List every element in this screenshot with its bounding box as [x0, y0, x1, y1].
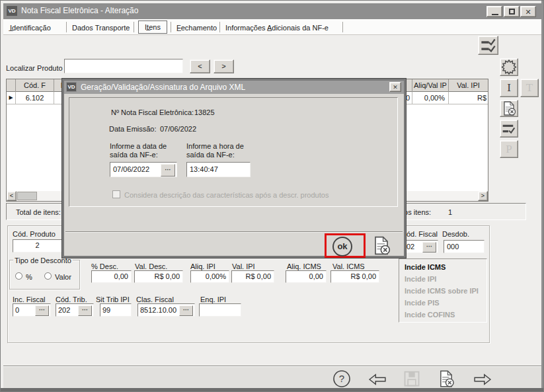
cell-cod-fiscal[interactable]: 6.102: [16, 92, 54, 104]
tab-identificacao[interactable]: I̲dentificação: [10, 24, 51, 32]
scroll-right-button[interactable]: >: [478, 191, 488, 201]
nfe-number-label: Nº Nota Fiscal Eletrônica:: [111, 108, 194, 116]
exit-date-value: 07/06/2022: [113, 165, 149, 173]
tab-separator: [134, 22, 134, 32]
enq-ipi-field[interactable]: [199, 303, 241, 317]
star-burst-icon: [500, 59, 518, 75]
letter-t-icon: T: [526, 81, 533, 94]
arrow-right-icon: [471, 372, 494, 387]
prev-product-button[interactable]: <: [190, 59, 210, 73]
col-selector: [7, 79, 16, 92]
special-characteristics-button[interactable]: [500, 58, 518, 76]
cod-trib-lookup-button[interactable]: ···: [78, 305, 92, 316]
cod-trib-label: Cód. Trib.: [56, 295, 87, 303]
minimize-icon: [492, 14, 498, 15]
val-ipi-field[interactable]: R$ 0,00: [231, 270, 274, 283]
arrow-left-icon: [366, 372, 389, 387]
next-product-button[interactable]: >: [214, 59, 234, 73]
emission-date-value: 07/06/2022: [160, 125, 196, 133]
minimize-button[interactable]: [486, 6, 502, 17]
radio-percent[interactable]: [15, 272, 22, 280]
aliq-ipi-label: Aliq. IPI: [190, 262, 215, 270]
tab-fechamento[interactable]: F̲echamento: [176, 24, 217, 32]
exit-date-field[interactable]: 07/06/2022 ···: [110, 162, 177, 177]
svg-text:?: ?: [339, 373, 344, 384]
exit-time-field[interactable]: 13:40:47: [186, 162, 251, 177]
pct-desc-field[interactable]: 0,00: [91, 270, 132, 283]
letter-p-icon: P: [506, 143, 512, 155]
inc-fiscal-value: 0: [15, 306, 19, 314]
pct-desc-label: % Desc.: [91, 262, 118, 270]
scroll-left-button[interactable]: <: [7, 191, 17, 201]
inc-fiscal-field[interactable]: 0 ···: [13, 303, 51, 317]
close-button[interactable]: ✕: [520, 6, 536, 17]
help-button[interactable]: ?: [332, 370, 352, 388]
cod-produto-field[interactable]: 2: [13, 239, 62, 253]
next-button[interactable]: [471, 372, 495, 387]
xml-generation-dialog: VD Geração/Validação/Assinatura do Arqui…: [62, 79, 406, 258]
floppy-disk-icon: [403, 370, 421, 388]
incide-icms: Incide ICMS: [405, 263, 446, 271]
cod-trib-field[interactable]: 202 ···: [56, 303, 94, 317]
search-input[interactable]: [64, 59, 183, 73]
tab-informacoes-adicionais[interactable]: Informações A̲dicionais da NF-e: [225, 24, 329, 32]
col-val-ipi[interactable]: Val. IPI: [449, 79, 488, 92]
remove-item-button[interactable]: [500, 100, 518, 117]
ok-button-label: ok: [337, 241, 347, 251]
aliq-icms-field[interactable]: 0,00: [286, 270, 327, 283]
tab-separator: [219, 22, 220, 32]
italic-button[interactable]: I: [500, 79, 518, 97]
val-ipi-label: Val. IPI: [232, 262, 255, 270]
close-icon: ✕: [393, 84, 398, 91]
dialog-cancel-button[interactable]: [371, 235, 393, 256]
document-delete-icon: [371, 235, 392, 256]
col-aliq-val-ip[interactable]: Aliq/Val IP: [412, 79, 449, 92]
val-desc-field[interactable]: R$ 0,00: [134, 270, 183, 283]
text-button-disabled: T: [520, 79, 539, 97]
clas-fiscal-field[interactable]: 8512.10.00 ···: [137, 303, 195, 317]
tab-itens-selected[interactable]: It̲ens: [138, 20, 167, 34]
val-desc-label: Val. Desc.: [135, 262, 167, 270]
exit-date-label-line1: Informe a data de: [110, 142, 167, 150]
scrollbar-thumb[interactable]: [17, 192, 37, 200]
qtde-itens-value: 1: [448, 208, 452, 216]
col-cod-fiscal[interactable]: Cód. F: [16, 79, 54, 92]
dialog-title-bar: VD Geração/Validação/Assinatura do Arqui…: [64, 81, 404, 94]
radio-valor[interactable]: [44, 272, 52, 280]
incide-cofins: Incide COFINS: [405, 311, 455, 319]
characteristics-checkbox-label: Considera descrição das características …: [124, 191, 329, 199]
radio-valor-label: Valor: [55, 273, 71, 281]
cancel-record-button[interactable]: [437, 370, 457, 388]
clas-fiscal-value: 8512.10.00: [140, 306, 176, 314]
dialog-close-button[interactable]: ✕: [389, 82, 401, 92]
aliq-ipi-field[interactable]: 0,00%: [190, 270, 229, 283]
app-icon: VD: [6, 5, 18, 17]
inc-fiscal-lookup-button[interactable]: ···: [35, 305, 49, 316]
save-button-disabled: [403, 370, 421, 388]
help-icon: ?: [332, 370, 351, 388]
fiscal-label: Cód. Fiscal: [401, 230, 438, 238]
exit-time-label-line1: Informe a hora de: [186, 142, 244, 150]
clas-fiscal-lookup-button[interactable]: ···: [179, 305, 193, 316]
document-delete-icon: [500, 100, 518, 116]
exit-date-picker-button[interactable]: ···: [161, 164, 175, 176]
title-bar: VD Nota Fiscal Eletrônica - Alteração ✕: [3, 3, 542, 19]
incide-list: Incide ICMS Incide IPI Incide ICMS sobre…: [399, 258, 487, 323]
sit-trib-ipi-field[interactable]: 99: [100, 303, 132, 317]
fiscal-lookup-button[interactable]: ···: [422, 242, 436, 253]
maximize-button[interactable]: [504, 6, 520, 17]
cell-aliq-val-ip[interactable]: 0,00%: [412, 92, 449, 104]
fiscal-value: 02: [407, 243, 414, 251]
previous-button[interactable]: [366, 372, 390, 387]
close-icon: ✕: [525, 8, 531, 16]
confirm-item-button[interactable]: [500, 120, 518, 137]
bottom-toolbar: ?: [3, 367, 542, 388]
desdob-field[interactable]: 000: [444, 240, 485, 253]
cell-val-ipi[interactable]: R$: [449, 92, 488, 104]
tab-dados-transporte[interactable]: Dados Transporte: [72, 24, 130, 32]
val-icms-field[interactable]: R$ 0,00: [330, 270, 379, 283]
checklist-icon: [500, 120, 518, 137]
aliq-icms-label: Aliq. ICMS: [287, 262, 321, 270]
confirm-all-items-button[interactable]: [478, 36, 498, 55]
ok-button[interactable]: ok: [332, 237, 352, 256]
